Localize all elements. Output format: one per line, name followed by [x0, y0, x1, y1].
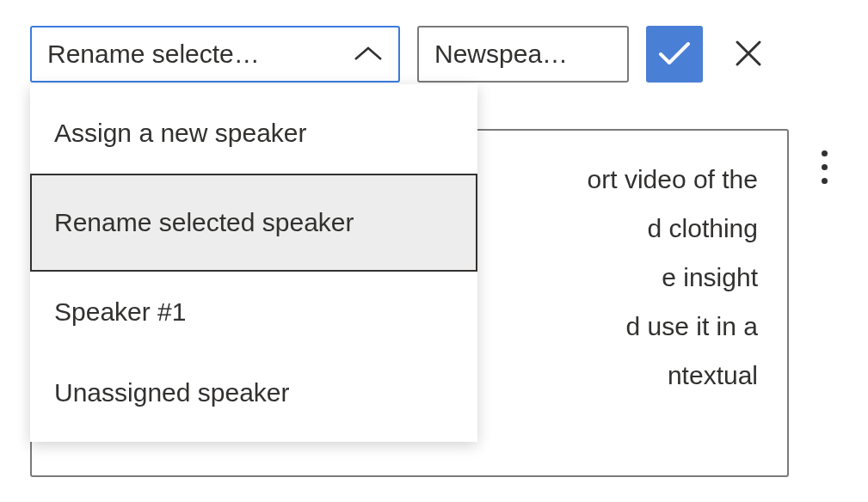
close-icon [735, 40, 762, 70]
speaker-action-dropdown[interactable]: Rename selecte… [30, 26, 400, 83]
checkmark-icon [657, 40, 692, 70]
dropdown-option-speaker-1[interactable]: Speaker #1 [30, 272, 477, 352]
chevron-up-icon [354, 46, 383, 63]
kebab-icon [822, 150, 828, 156]
dropdown-option-rename-selected[interactable]: Rename selected speaker [30, 174, 477, 272]
dropdown-option-assign-new[interactable]: Assign a new speaker [30, 93, 477, 174]
speaker-action-dropdown-list: Assign a new speaker Rename selected spe… [30, 84, 477, 442]
more-options-button[interactable] [803, 141, 846, 193]
dropdown-selected-label: Rename selecte… [47, 40, 260, 69]
speaker-name-value: Newspea… [434, 40, 568, 69]
speaker-name-input[interactable]: Newspea… [417, 26, 629, 83]
speaker-edit-toolbar: Rename selecte… Newspea… [0, 0, 868, 91]
confirm-button[interactable] [646, 26, 703, 83]
cancel-button[interactable] [720, 26, 777, 83]
dropdown-option-unassigned[interactable]: Unassigned speaker [30, 352, 477, 433]
